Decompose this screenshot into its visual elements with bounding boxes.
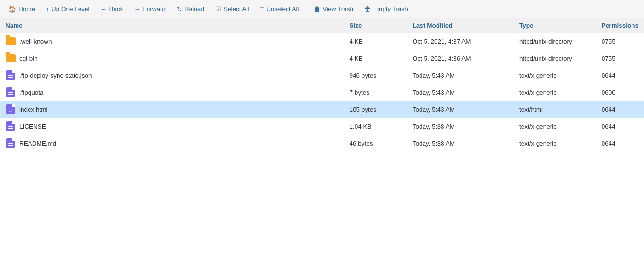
view-trash-button[interactable]: 🗑 View Trash [309, 3, 358, 15]
file-size: 4 KB [344, 33, 407, 50]
file-size: 46 bytes [344, 135, 407, 152]
home-icon: 🏠 [8, 6, 16, 13]
file-name: README.md [19, 140, 56, 147]
table-row[interactable]: cgi-bin 4 KB Oct 5, 2021, 4:36 AM httpd/… [0, 50, 644, 67]
file-size: 4 KB [344, 50, 407, 67]
file-name-cell: .well-known [0, 33, 344, 50]
file-name: index.html [19, 106, 48, 113]
file-icon [6, 138, 16, 148]
file-size: 7 bytes [344, 84, 407, 101]
file-permissions: 0644 [596, 101, 644, 118]
file-type: text/x-generic [514, 67, 596, 84]
file-name: LICENSE [19, 123, 46, 130]
home-label: Home [18, 6, 35, 12]
file-type: text/html [514, 101, 596, 118]
select-all-button[interactable]: ☑ Select All [211, 3, 254, 15]
file-name: .ftp-deploy-sync-state.json [19, 72, 92, 79]
toolbar-divider [306, 4, 306, 15]
col-header-size: Size [344, 18, 407, 33]
file-name-cell: .ftp-deploy-sync-state.json [0, 67, 344, 84]
col-header-name: Name [0, 18, 344, 33]
table-header: Name Size Last Modified Type Permissions [0, 18, 644, 33]
back-label: Back [109, 6, 123, 12]
file-list: .well-known 4 KB Oct 5, 2021, 4:37 AM ht… [0, 33, 644, 152]
back-icon: ← [101, 6, 107, 13]
file-name-cell: </> index.html [0, 101, 344, 118]
file-modified: Oct 5, 2021, 4:36 AM [407, 50, 514, 67]
empty-trash-icon: 🗑 [364, 6, 371, 13]
up-one-level-button[interactable]: ↑ Up One Level [41, 3, 94, 15]
back-button[interactable]: ← Back [96, 3, 128, 15]
file-type: text/x-generic [514, 84, 596, 101]
file-icon [6, 70, 16, 80]
checkbox-empty-icon: □ [260, 6, 264, 13]
col-header-modified: Last Modified [407, 18, 514, 33]
trash-icon: 🗑 [314, 6, 320, 13]
file-name-cell: LICENSE [0, 118, 344, 135]
file-permissions: 0644 [596, 118, 644, 135]
file-type: httpd/unix-directory [514, 33, 596, 50]
file-modified: Oct 5, 2021, 4:37 AM [407, 33, 514, 50]
file-modified: Today, 5:43 AM [407, 101, 514, 118]
file-size: 1.04 KB [344, 118, 407, 135]
table-row[interactable]: README.md 46 bytes Today, 5:38 AM text/x… [0, 135, 644, 152]
home-button[interactable]: 🏠 Home [4, 3, 40, 15]
file-modified: Today, 5:43 AM [407, 84, 514, 101]
file-name-cell: .ftpquota [0, 84, 344, 101]
file-name: .ftpquota [19, 89, 44, 96]
empty-trash-label: Empty Trash [373, 6, 408, 12]
file-size: 946 bytes [344, 67, 407, 84]
file-type: text/x-generic [514, 135, 596, 152]
col-header-type: Type [514, 18, 596, 33]
file-name-cell: README.md [0, 135, 344, 152]
file-modified: Today, 5:38 AM [407, 135, 514, 152]
view-trash-label: View Trash [322, 6, 353, 12]
unselect-all-button[interactable]: □ Unselect All [255, 3, 303, 15]
unselect-all-label: Unselect All [266, 6, 299, 12]
folder-icon [6, 53, 16, 63]
table-row[interactable]: LICENSE 1.04 KB Today, 5:38 AM text/x-ge… [0, 118, 644, 135]
reload-label: Reload [184, 6, 204, 12]
file-permissions: 0600 [596, 84, 644, 101]
file-table: Name Size Last Modified Type Permissions… [0, 18, 644, 152]
toolbar: 🏠 Home ↑ Up One Level ← Back → Forward ↻… [0, 0, 644, 18]
file-icon [6, 121, 16, 131]
file-name: cgi-bin [19, 55, 38, 62]
checkbox-checked-icon: ☑ [215, 6, 221, 13]
up-one-level-label: Up One Level [52, 6, 90, 12]
forward-button[interactable]: → Forward [130, 3, 171, 15]
file-name: .well-known [19, 38, 52, 45]
html-file-icon: </> [6, 104, 16, 114]
file-permissions: 0755 [596, 50, 644, 67]
col-header-permissions: Permissions [596, 18, 644, 33]
file-size: 105 bytes [344, 101, 407, 118]
folder-icon [6, 36, 16, 46]
file-permissions: 0644 [596, 67, 644, 84]
file-icon [6, 87, 16, 97]
file-type: httpd/unix-directory [514, 50, 596, 67]
file-name-cell: cgi-bin [0, 50, 344, 67]
select-all-label: Select All [224, 6, 249, 12]
table-row[interactable]: .ftp-deploy-sync-state.json 946 bytes To… [0, 67, 644, 84]
file-modified: Today, 5:38 AM [407, 118, 514, 135]
reload-icon: ↻ [177, 6, 182, 13]
file-permissions: 0755 [596, 33, 644, 50]
file-type: text/x-generic [514, 118, 596, 135]
up-icon: ↑ [46, 6, 49, 13]
file-modified: Today, 5:43 AM [407, 67, 514, 84]
forward-label: Forward [143, 6, 166, 12]
file-permissions: 0644 [596, 135, 644, 152]
table-row[interactable]: .ftpquota 7 bytes Today, 5:43 AM text/x-… [0, 84, 644, 101]
forward-icon: → [134, 6, 141, 13]
reload-button[interactable]: ↻ Reload [172, 3, 209, 15]
table-row[interactable]: .well-known 4 KB Oct 5, 2021, 4:37 AM ht… [0, 33, 644, 50]
table-row[interactable]: </> index.html 105 bytes Today, 5:43 AM … [0, 101, 644, 118]
empty-trash-button[interactable]: 🗑 Empty Trash [360, 3, 413, 15]
